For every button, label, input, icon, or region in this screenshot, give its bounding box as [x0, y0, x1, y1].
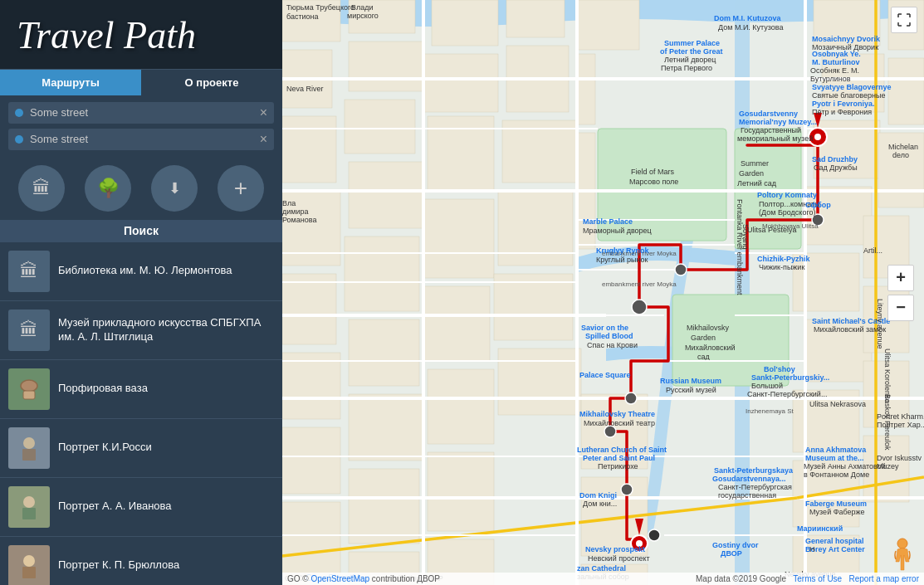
svg-rect-44 — [345, 236, 419, 311]
map-footer: GO © OpenStreetMap contribution ДВОР Map… — [282, 573, 924, 585]
monument-filter-button[interactable]: ⬇ — [151, 165, 198, 212]
search-from-input[interactable] — [30, 106, 260, 119]
svg-text:Savior on the: Savior on the — [581, 324, 628, 332]
svg-rect-43 — [282, 274, 336, 344]
clear-to-button[interactable]: × — [260, 133, 267, 146]
svg-text:Спас на Крови: Спас на Крови — [587, 341, 638, 349]
svg-text:Влади: Влади — [351, 3, 374, 12]
svg-text:Garden: Garden — [691, 334, 716, 342]
tab-routes[interactable]: Маршруты — [0, 70, 141, 95]
svg-rect-52 — [423, 286, 490, 361]
svg-text:Spilled Blood: Spilled Blood — [585, 332, 633, 340]
svg-point-0 — [21, 380, 37, 392]
svg-rect-32 — [577, 0, 639, 50]
list-item[interactable]: Порфировая ваза — [0, 360, 282, 419]
list-item[interactable]: Портрет К.И.Росси — [0, 419, 282, 478]
svg-text:(Дом Бродского): (Дом Бродского) — [759, 208, 816, 217]
svg-rect-51 — [349, 319, 419, 386]
svg-rect-37 — [349, 162, 423, 228]
zoom-in-button[interactable]: + — [887, 265, 914, 291]
list-item[interactable]: 🏛 Музей прикладного искусства СПБГХПА им… — [0, 301, 282, 360]
svg-rect-50 — [282, 353, 340, 419]
svg-text:embankment river Moyka: embankment river Moyka — [602, 250, 677, 257]
result-name-6: Портрет К. П. Брюллова — [58, 558, 179, 573]
svg-text:Sankt-Peterburgskiy...: Sankt-Peterburgskiy... — [751, 373, 829, 382]
svg-text:Peter and Saint Paul: Peter and Saint Paul — [583, 454, 655, 462]
svg-text:Anna Akhmatova: Anna Akhmatova — [805, 446, 867, 454]
osm-attribution: GO © OpenStreetMap contribution ДВОР — [287, 574, 440, 583]
terms-link[interactable]: Terms of Use — [793, 574, 842, 583]
pegman-control[interactable] — [891, 537, 914, 572]
map-area[interactable]: .road { stroke: #fff; stroke-width: 2; f… — [282, 0, 924, 585]
report-link[interactable]: Report a map error — [849, 574, 919, 583]
svg-text:Mokhhovaya Ulitsa: Mokhhovaya Ulitsa — [762, 222, 819, 230]
svg-rect-27 — [506, 0, 565, 37]
result-name-3: Порфировая ваза — [58, 382, 148, 396]
svg-text:Michelan: Michelan — [888, 143, 918, 151]
svg-text:M. Buturlinov: M. Buturlinov — [812, 58, 860, 66]
result-thumb-3 — [8, 368, 50, 410]
svg-text:Mosaichnyy Dvorik: Mosaichnyy Dvorik — [812, 35, 881, 43]
add-filter-button[interactable]: + — [218, 165, 264, 212]
result-thumb-6 — [8, 545, 50, 585]
svg-rect-38 — [428, 116, 494, 191]
google-attribution: Map data ©2019 Google Terms of Use Repor… — [696, 574, 919, 583]
nature-filter-button[interactable]: 🌳 — [85, 165, 131, 212]
svg-rect-39 — [502, 120, 577, 183]
svg-text:Дом кни...: Дом кни... — [583, 500, 617, 508]
svg-text:Особняк Е. М.: Особняк Е. М. — [810, 66, 859, 75]
svg-text:Gosudarstvenny: Gosudarstvenny — [739, 110, 798, 118]
from-dot — [15, 109, 23, 117]
zoom-controls: + − — [887, 265, 914, 321]
svg-text:Чижик-пыжик: Чижик-пыжик — [759, 263, 804, 271]
svg-text:сад: сад — [697, 353, 711, 361]
result-name-2: Музей прикладного искусства СПБГХПА им. … — [58, 316, 274, 344]
svg-text:zan Cathedral: zan Cathedral — [577, 564, 626, 573]
svg-text:Петрикирхе: Петрикирхе — [598, 462, 638, 470]
result-name-1: Библиотека им. М. Ю. Лермонтова — [58, 264, 232, 278]
search-to-input[interactable] — [30, 133, 260, 145]
svg-text:Summer Palace: Summer Palace — [664, 39, 720, 47]
svg-text:Poltory Komnaty: Poltory Komnaty — [757, 191, 817, 199]
svg-text:Palace Square: Palace Square — [579, 371, 631, 379]
svg-point-113 — [814, 134, 821, 140]
clear-from-button[interactable]: × — [260, 106, 267, 119]
svg-text:Bol'shoy: Bol'shoy — [764, 365, 795, 373]
museum-filter-button[interactable]: 🏛 — [18, 165, 65, 212]
svg-text:Святые благоверные: Святые благоверные — [812, 91, 885, 100]
svg-text:Mikhailovsky: Mikhailovsky — [687, 324, 730, 332]
tab-about[interactable]: О проекте — [141, 70, 282, 95]
svg-text:Музей Фаберже: Музей Фаберже — [809, 508, 865, 516]
svg-text:Muzey: Muzey — [877, 462, 899, 470]
fullscreen-button[interactable] — [891, 7, 917, 33]
sidebar: Travel Path Маршруты О проекте × × 🏛 🌳 ⬇… — [0, 0, 282, 585]
list-item[interactable]: Портрет А. А. Иванова — [0, 478, 282, 537]
osm-link[interactable]: OpenStreetMap — [310, 574, 369, 583]
tab-bar: Маршруты О проекте — [0, 70, 282, 95]
svg-rect-45 — [423, 199, 494, 278]
svg-text:Svyatyye Blagovernye: Svyatyye Blagovernye — [812, 83, 892, 91]
svg-text:Невский проспект: Невский проспект — [588, 554, 650, 563]
svg-text:Lutheran Church of Saint: Lutheran Church of Saint — [577, 446, 667, 454]
svg-rect-7 — [22, 567, 36, 578]
svg-text:Memorial'nyy Muzey...: Memorial'nyy Muzey... — [739, 118, 817, 126]
zoom-out-button[interactable]: − — [887, 295, 914, 321]
svg-rect-57 — [282, 427, 340, 494]
result-thumb-5 — [8, 486, 50, 528]
svg-text:Сфбор: Сфбор — [805, 201, 831, 209]
list-item[interactable]: 🏛 Библиотека им. М. Ю. Лермонтова — [0, 242, 282, 301]
svg-text:ДВОР: ДВОР — [721, 549, 742, 558]
svg-point-4 — [23, 496, 35, 508]
svg-text:Летний дворец: Летний дворец — [664, 56, 716, 64]
svg-rect-28 — [282, 116, 336, 183]
svg-rect-67 — [428, 452, 494, 531]
svg-text:Liteyny avenue: Liteyny avenue — [876, 299, 884, 349]
svg-text:Ulitsa Nekrasova: Ulitsa Nekrasova — [809, 400, 866, 408]
svg-text:Pyotr i Fevroniya.: Pyotr i Fevroniya. — [812, 100, 875, 108]
svg-rect-53 — [494, 274, 573, 340]
svg-point-104 — [675, 264, 687, 275]
list-item[interactable]: Портрет К. П. Брюллова — [0, 537, 282, 585]
svg-text:Dom M.I. Kutuzova: Dom M.I. Kutuzova — [714, 14, 781, 22]
svg-text:H: H — [809, 545, 815, 553]
svg-text:Михайловский замок: Михайловский замок — [814, 325, 886, 334]
